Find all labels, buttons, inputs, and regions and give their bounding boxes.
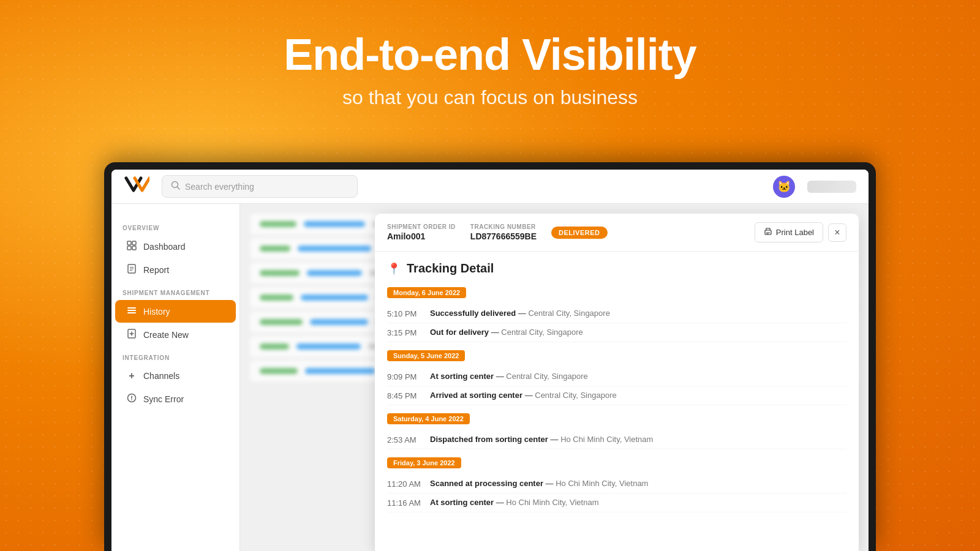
sidebar-label-report: Report	[143, 265, 169, 275]
date-badge-4: Friday, 3 June 2022	[387, 457, 461, 468]
search-bar[interactable]: Search everything	[162, 175, 358, 198]
event-time: 5:10 PM	[387, 309, 430, 318]
sidebar-section-shipment: SHIPMENT MANAGEMENT	[111, 290, 239, 296]
event-time: 2:53 AM	[387, 435, 430, 444]
panel-header: SHIPMENT ORDER ID Amilo001 TRACKING NUMB…	[375, 214, 859, 252]
main-content: OVERVIEW Dashboard	[111, 204, 869, 551]
pin-icon: 📍	[387, 262, 401, 276]
event-desc: Arrived at sorting center — Central City…	[430, 391, 617, 400]
channels-icon: +	[126, 370, 137, 381]
event-dash: —	[518, 309, 529, 318]
sidebar-item-dashboard[interactable]: Dashboard	[115, 235, 236, 258]
close-icon: ×	[834, 227, 840, 238]
sidebar: OVERVIEW Dashboard	[111, 204, 240, 551]
cell	[260, 294, 293, 301]
svg-rect-5	[132, 246, 136, 250]
event-location: Ho Chi Minh City, Vietnam	[556, 479, 648, 488]
event-action: Out for delivery	[430, 328, 489, 337]
tracking-title: Tracking Detail	[407, 261, 494, 276]
event-desc: Out for delivery — Central City, Singapo…	[430, 328, 583, 337]
create-new-icon	[126, 329, 137, 340]
tracking-event: 11:20 AM Scanned at processing center — …	[387, 474, 846, 493]
event-time: 3:15 PM	[387, 328, 430, 337]
sidebar-item-sync-error[interactable]: Sync Error	[115, 388, 236, 410]
date-group-1: Monday, 6 June 2022 5:10 PM Successfully…	[387, 287, 846, 342]
printer-icon	[764, 227, 772, 238]
event-dash: —	[546, 479, 556, 488]
svg-rect-12	[127, 312, 136, 313]
tracking-event: 11:16 AM At sorting center — Ho Chi Minh…	[387, 493, 846, 512]
cell	[260, 221, 296, 227]
report-icon	[126, 264, 137, 276]
event-desc: At sorting center — Ho Chi Minh City, Vi…	[430, 498, 599, 507]
svg-rect-10	[127, 307, 136, 309]
date-group-3: Saturday, 4 June 2022 2:53 AM Dispatched…	[387, 413, 846, 449]
sidebar-label-create-new: Create New	[143, 330, 189, 340]
cell	[260, 368, 298, 374]
print-label-button[interactable]: Print Label	[755, 222, 823, 242]
tracking-number-value: LD877666559BE	[470, 231, 537, 241]
shipment-order-id-label: SHIPMENT ORDER ID	[387, 223, 456, 230]
tracking-panel: SHIPMENT ORDER ID Amilo001 TRACKING NUMB…	[375, 214, 859, 551]
sidebar-label-history: History	[143, 307, 170, 317]
event-action: Successfully delivered	[430, 309, 516, 318]
event-location: Central City, Singapore	[506, 372, 587, 381]
top-bar: Search everything 🐱	[111, 170, 869, 204]
event-desc: Scanned at processing center — Ho Chi Mi…	[430, 479, 648, 488]
panel-body: 📍 Tracking Detail Monday, 6 June 2022 5:…	[375, 252, 859, 550]
event-action: At sorting center	[430, 372, 494, 381]
event-action: Dispatched from sorting center	[430, 435, 548, 444]
date-group-2: Sunday, 5 June 2022 9:09 PM At sorting c…	[387, 350, 846, 405]
panel-actions: Print Label ×	[755, 222, 846, 242]
event-time: 8:45 PM	[387, 391, 430, 400]
event-action: Arrived at sorting center	[430, 391, 522, 400]
event-desc: Dispatched from sorting center — Ho Chi …	[430, 435, 653, 444]
laptop-frame: Search everything 🐱 OVERVIEW	[104, 162, 876, 551]
cell	[304, 221, 365, 227]
hero-section: End-to-end Visibility so that you can fo…	[0, 31, 980, 109]
shipment-order-id-field: SHIPMENT ORDER ID Amilo001	[387, 223, 456, 241]
sidebar-item-report[interactable]: Report	[115, 258, 236, 281]
sidebar-label-dashboard: Dashboard	[143, 242, 186, 252]
event-time: 9:09 PM	[387, 372, 430, 381]
event-desc: Successfully delivered — Central City, S…	[430, 309, 610, 318]
sidebar-section-overview: OVERVIEW	[111, 225, 239, 231]
tracking-number-field: TRACKING NUMBER LD877666559BE	[470, 223, 537, 241]
cell	[296, 343, 361, 350]
event-dash: —	[496, 498, 507, 507]
event-time: 11:20 AM	[387, 479, 430, 489]
event-dash: —	[496, 372, 507, 381]
dashboard-icon	[126, 241, 137, 252]
cell	[260, 270, 300, 276]
sync-error-icon	[126, 393, 137, 405]
app-logo	[124, 174, 149, 198]
user-avatar[interactable]: 🐱	[773, 176, 795, 198]
event-location: Ho Chi Minh City, Vietnam	[506, 498, 598, 507]
tracking-event: 9:09 PM At sorting center — Central City…	[387, 367, 846, 386]
date-badge-2: Sunday, 5 June 2022	[387, 350, 465, 361]
tracking-title-row: 📍 Tracking Detail	[387, 261, 846, 276]
event-dash: —	[525, 391, 535, 400]
user-name-placeholder	[807, 181, 856, 193]
cell	[260, 319, 303, 325]
sidebar-item-create-new[interactable]: Create New	[115, 323, 236, 346]
event-desc: At sorting center — Central City, Singap…	[430, 372, 588, 381]
sidebar-item-channels[interactable]: + Channels	[115, 365, 236, 387]
cell	[260, 246, 290, 252]
history-icon	[126, 305, 137, 317]
event-dash: —	[551, 435, 561, 444]
sidebar-item-history[interactable]: History	[115, 300, 236, 323]
sidebar-section-integration: INTEGRATION	[111, 354, 239, 361]
cell	[310, 319, 368, 325]
app-window: Search everything 🐱 OVERVIEW	[111, 170, 869, 551]
sidebar-label-channels: Channels	[143, 371, 179, 381]
date-badge-1: Monday, 6 June 2022	[387, 287, 466, 298]
tracking-event: 2:53 AM Dispatched from sorting center —…	[387, 430, 846, 449]
event-action: At sorting center	[430, 498, 494, 507]
event-location: Ho Chi Minh City, Vietnam	[560, 435, 653, 444]
event-location: Central City, Singapore	[535, 391, 616, 400]
close-button[interactable]: ×	[828, 223, 846, 242]
tracking-event: 8:45 PM Arrived at sorting center — Cent…	[387, 386, 846, 405]
cell	[305, 368, 375, 374]
event-action: Scanned at processing center	[430, 479, 543, 488]
